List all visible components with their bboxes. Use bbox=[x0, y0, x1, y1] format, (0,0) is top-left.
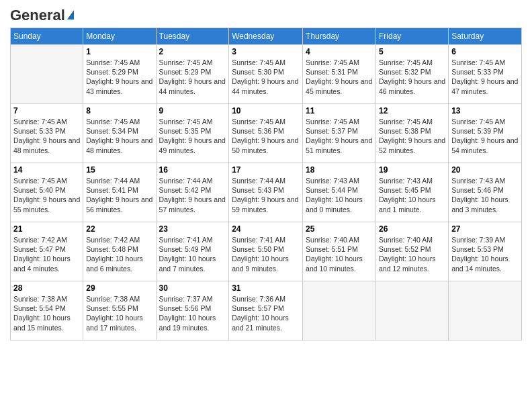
daylight-text: Daylight: 10 hours and 10 minutes. bbox=[306, 254, 373, 273]
calendar-cell: 1Sunrise: 7:45 AMSunset: 5:29 PMDaylight… bbox=[83, 45, 156, 104]
day-info: Sunrise: 7:44 AMSunset: 5:41 PMDaylight:… bbox=[86, 176, 152, 214]
sunset-text: Sunset: 5:32 PM bbox=[379, 67, 445, 77]
daylight-text: Daylight: 9 hours and 44 minutes. bbox=[232, 77, 300, 95]
day-info: Sunrise: 7:45 AMSunset: 5:33 PMDaylight:… bbox=[451, 58, 519, 96]
sunset-text: Sunset: 5:56 PM bbox=[159, 304, 226, 313]
sunrise-text: Sunrise: 7:38 AM bbox=[13, 294, 80, 304]
calendar-day-header: Monday bbox=[83, 28, 156, 45]
daylight-text: Daylight: 9 hours and 55 minutes. bbox=[13, 195, 80, 214]
day-number: 20 bbox=[451, 165, 519, 175]
daylight-text: Daylight: 9 hours and 56 minutes. bbox=[86, 195, 152, 214]
calendar-cell: 8Sunrise: 7:45 AMSunset: 5:34 PMDaylight… bbox=[83, 104, 156, 163]
day-info: Sunrise: 7:37 AMSunset: 5:56 PMDaylight:… bbox=[159, 294, 226, 332]
day-info: Sunrise: 7:45 AMSunset: 5:33 PMDaylight:… bbox=[13, 117, 80, 155]
daylight-text: Daylight: 10 hours and 0 minutes. bbox=[306, 195, 373, 214]
sunrise-text: Sunrise: 7:38 AM bbox=[86, 294, 152, 304]
sunset-text: Sunset: 5:44 PM bbox=[306, 185, 373, 195]
day-info: Sunrise: 7:45 AMSunset: 5:38 PMDaylight:… bbox=[379, 117, 445, 155]
day-number: 2 bbox=[159, 47, 226, 56]
sunset-text: Sunset: 5:57 PM bbox=[232, 304, 300, 313]
calendar-cell bbox=[303, 281, 376, 340]
calendar-day-header: Thursday bbox=[303, 28, 376, 45]
day-info: Sunrise: 7:42 AMSunset: 5:47 PMDaylight:… bbox=[13, 235, 80, 273]
day-number: 27 bbox=[451, 224, 519, 234]
daylight-text: Daylight: 9 hours and 54 minutes. bbox=[451, 136, 519, 154]
sunset-text: Sunset: 5:48 PM bbox=[86, 244, 152, 254]
daylight-text: Daylight: 9 hours and 45 minutes. bbox=[306, 77, 373, 95]
calendar-day-header: Friday bbox=[375, 28, 448, 45]
calendar-cell: 30Sunrise: 7:37 AMSunset: 5:56 PMDayligh… bbox=[156, 281, 229, 340]
daylight-text: Daylight: 10 hours and 12 minutes. bbox=[379, 254, 445, 273]
calendar-cell: 15Sunrise: 7:44 AMSunset: 5:41 PMDayligh… bbox=[83, 163, 156, 222]
sunset-text: Sunset: 5:52 PM bbox=[379, 244, 445, 254]
sunset-text: Sunset: 5:42 PM bbox=[159, 185, 226, 195]
daylight-text: Daylight: 9 hours and 52 minutes. bbox=[379, 136, 445, 154]
day-number: 15 bbox=[86, 165, 152, 175]
calendar-cell bbox=[11, 45, 83, 104]
daylight-text: Daylight: 9 hours and 50 minutes. bbox=[232, 136, 300, 154]
day-number: 31 bbox=[232, 283, 300, 293]
day-info: Sunrise: 7:45 AMSunset: 5:34 PMDaylight:… bbox=[86, 117, 152, 155]
day-number: 9 bbox=[159, 106, 226, 116]
day-info: Sunrise: 7:38 AMSunset: 5:54 PMDaylight:… bbox=[13, 294, 80, 332]
logo-triangle-icon bbox=[67, 10, 74, 19]
day-info: Sunrise: 7:36 AMSunset: 5:57 PMDaylight:… bbox=[232, 294, 300, 332]
sunset-text: Sunset: 5:45 PM bbox=[379, 185, 445, 195]
daylight-text: Daylight: 10 hours and 17 minutes. bbox=[86, 313, 152, 332]
sunrise-text: Sunrise: 7:44 AM bbox=[86, 176, 152, 185]
daylight-text: Daylight: 9 hours and 51 minutes. bbox=[306, 136, 373, 154]
day-number: 25 bbox=[306, 224, 373, 234]
sunrise-text: Sunrise: 7:45 AM bbox=[451, 117, 519, 126]
sunset-text: Sunset: 5:29 PM bbox=[159, 67, 226, 77]
calendar-cell: 25Sunrise: 7:40 AMSunset: 5:51 PMDayligh… bbox=[303, 222, 376, 281]
daylight-text: Daylight: 9 hours and 48 minutes. bbox=[86, 136, 152, 154]
day-info: Sunrise: 7:45 AMSunset: 5:35 PMDaylight:… bbox=[159, 117, 226, 155]
daylight-text: Daylight: 10 hours and 14 minutes. bbox=[451, 254, 519, 273]
daylight-text: Daylight: 9 hours and 57 minutes. bbox=[159, 195, 226, 214]
day-number: 21 bbox=[13, 224, 80, 234]
sunrise-text: Sunrise: 7:39 AM bbox=[451, 235, 519, 244]
calendar-cell: 11Sunrise: 7:45 AMSunset: 5:37 PMDayligh… bbox=[303, 104, 376, 163]
sunrise-text: Sunrise: 7:41 AM bbox=[159, 235, 226, 244]
day-number: 23 bbox=[159, 224, 226, 234]
sunrise-text: Sunrise: 7:45 AM bbox=[13, 176, 80, 185]
sunrise-text: Sunrise: 7:41 AM bbox=[232, 235, 300, 244]
day-info: Sunrise: 7:44 AMSunset: 5:42 PMDaylight:… bbox=[159, 176, 226, 214]
sunrise-text: Sunrise: 7:37 AM bbox=[159, 294, 226, 304]
calendar-cell: 5Sunrise: 7:45 AMSunset: 5:32 PMDaylight… bbox=[375, 45, 448, 104]
day-number: 17 bbox=[232, 165, 300, 175]
day-number: 28 bbox=[13, 283, 80, 293]
sunrise-text: Sunrise: 7:45 AM bbox=[232, 117, 300, 126]
sunrise-text: Sunrise: 7:40 AM bbox=[379, 235, 445, 244]
day-number: 19 bbox=[379, 165, 445, 175]
sunset-text: Sunset: 5:31 PM bbox=[306, 67, 373, 77]
sunset-text: Sunset: 5:39 PM bbox=[451, 126, 519, 136]
sunrise-text: Sunrise: 7:45 AM bbox=[86, 117, 152, 126]
day-info: Sunrise: 7:43 AMSunset: 5:44 PMDaylight:… bbox=[306, 176, 373, 214]
day-info: Sunrise: 7:41 AMSunset: 5:50 PMDaylight:… bbox=[232, 235, 300, 273]
sunrise-text: Sunrise: 7:36 AM bbox=[232, 294, 300, 304]
sunset-text: Sunset: 5:43 PM bbox=[232, 185, 300, 195]
day-info: Sunrise: 7:45 AMSunset: 5:29 PMDaylight:… bbox=[159, 58, 226, 96]
calendar-cell: 16Sunrise: 7:44 AMSunset: 5:42 PMDayligh… bbox=[156, 163, 229, 222]
day-number: 18 bbox=[306, 165, 373, 175]
day-info: Sunrise: 7:44 AMSunset: 5:43 PMDaylight:… bbox=[232, 176, 300, 214]
daylight-text: Daylight: 10 hours and 3 minutes. bbox=[451, 195, 519, 214]
sunset-text: Sunset: 5:30 PM bbox=[232, 67, 300, 77]
sunset-text: Sunset: 5:55 PM bbox=[86, 304, 152, 313]
daylight-text: Daylight: 10 hours and 1 minute. bbox=[379, 195, 445, 214]
daylight-text: Daylight: 9 hours and 43 minutes. bbox=[86, 77, 152, 95]
sunrise-text: Sunrise: 7:45 AM bbox=[451, 58, 519, 67]
day-number: 5 bbox=[379, 47, 445, 56]
calendar-cell: 26Sunrise: 7:40 AMSunset: 5:52 PMDayligh… bbox=[375, 222, 448, 281]
calendar-cell bbox=[375, 281, 448, 340]
sunrise-text: Sunrise: 7:45 AM bbox=[306, 58, 373, 67]
daylight-text: Daylight: 10 hours and 15 minutes. bbox=[13, 313, 80, 332]
calendar-week-row: 7Sunrise: 7:45 AMSunset: 5:33 PMDaylight… bbox=[11, 104, 522, 163]
day-info: Sunrise: 7:45 AMSunset: 5:32 PMDaylight:… bbox=[379, 58, 445, 96]
daylight-text: Daylight: 9 hours and 46 minutes. bbox=[379, 77, 445, 95]
day-info: Sunrise: 7:40 AMSunset: 5:52 PMDaylight:… bbox=[379, 235, 445, 273]
daylight-text: Daylight: 10 hours and 4 minutes. bbox=[13, 254, 80, 273]
sunrise-text: Sunrise: 7:45 AM bbox=[379, 117, 445, 126]
day-number: 7 bbox=[13, 106, 80, 116]
